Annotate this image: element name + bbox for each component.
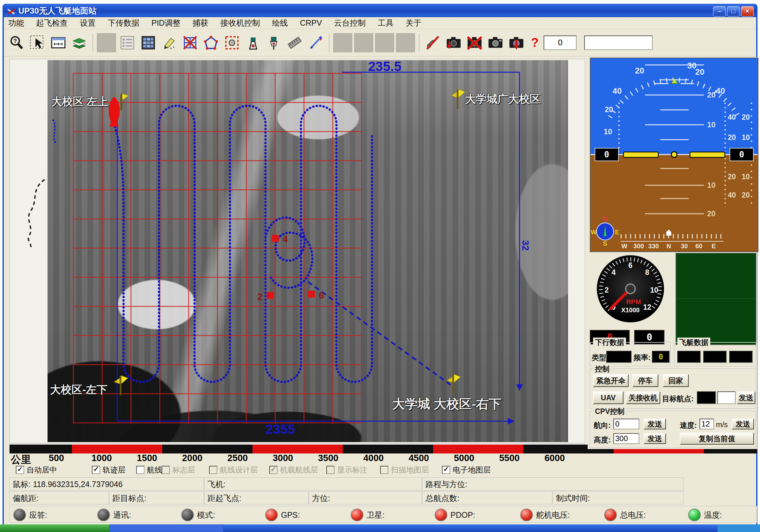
checkbox-marker-layer: 标志层	[162, 465, 195, 475]
status-system-time: 制式时间:	[553, 491, 684, 505]
menu-receiver-control[interactable]: 接收机控制	[220, 18, 260, 28]
menu-preflight-check[interactable]: 起飞检查	[36, 18, 68, 28]
line-pen-button[interactable]	[306, 33, 325, 52]
satellite-map[interactable]: 4 2 6 大校区 左上 大学城广大校区 大校区-左下 大学城 大校区-右下	[48, 60, 568, 442]
led-response: 应答:	[13, 509, 47, 521]
close-button[interactable]: ×	[741, 6, 754, 17]
emergency-parachute-button[interactable]: 紧急开伞	[593, 374, 629, 387]
blank-button[interactable]	[333, 33, 352, 52]
camera-cancel-icon	[466, 35, 483, 50]
scale-tick: 2500	[222, 453, 254, 463]
uav-button[interactable]: UAV	[593, 391, 624, 404]
region-select-button[interactable]	[222, 33, 241, 52]
menu-function[interactable]: 功能	[8, 18, 24, 28]
count-input[interactable]	[544, 35, 577, 50]
pushpin-button[interactable]	[264, 33, 283, 52]
measure-window-button[interactable]	[49, 33, 68, 52]
svg-text:300: 300	[633, 243, 644, 249]
checkbox-auto-center[interactable]: 自动居中	[16, 465, 57, 475]
menu-tools[interactable]: 工具	[378, 18, 394, 28]
send-heading-button[interactable]: 发送	[644, 419, 666, 429]
checkbox-route[interactable]: 航线	[136, 465, 162, 475]
checkbox-track-layer[interactable]: 轨迹层	[92, 465, 125, 475]
no-draw-button[interactable]	[423, 33, 442, 52]
waypoint-markers	[267, 235, 315, 299]
waypoint-label: 6	[319, 290, 324, 301]
scale-tick: 1500	[131, 453, 163, 463]
checkbox-icon	[209, 466, 217, 474]
svg-text:20: 20	[695, 67, 705, 77]
blank-button[interactable]	[396, 33, 415, 52]
blank-button[interactable]	[354, 33, 373, 52]
receiver-off-button[interactable]: 关接收机	[626, 391, 660, 404]
send-speed-button[interactable]: 发送	[732, 419, 754, 429]
heading-input[interactable]	[613, 419, 639, 429]
send-altitude-button[interactable]: 发送	[644, 433, 666, 444]
telemetry-screen	[675, 253, 756, 345]
engine-stop-button[interactable]: 停车	[632, 374, 658, 387]
speed-input[interactable]	[699, 419, 714, 429]
copy-current-values-button[interactable]: 复制当前值	[680, 432, 754, 445]
menu-about[interactable]: 关于	[405, 18, 421, 28]
taskbar-window-button[interactable]	[109, 524, 223, 532]
grid-view-button[interactable]	[139, 33, 158, 52]
list-view-button[interactable]	[118, 33, 137, 52]
camera-download-button[interactable]	[507, 33, 526, 52]
menu-capture[interactable]: 捕获	[193, 18, 209, 28]
checkbox-icon[interactable]	[16, 466, 24, 474]
menu-settings[interactable]: 设置	[80, 18, 96, 28]
command-input[interactable]	[584, 35, 653, 50]
scale-tick: 4000	[358, 453, 389, 463]
menu-draw-line[interactable]: 绘线	[272, 18, 288, 28]
checkbox-electronic-map-layer[interactable]: 电子地图层	[442, 465, 491, 475]
title-bar: UP30无人飞艇地面站 – □ ×	[4, 4, 756, 17]
minimize-button[interactable]: –	[713, 6, 726, 17]
send-target-button[interactable]: 发送	[737, 391, 755, 404]
zoom-help-button[interactable]: ?	[7, 33, 26, 52]
svg-text:8: 8	[645, 268, 649, 277]
menu-gimbal-control[interactable]: 云台控制	[334, 18, 365, 28]
dimension-label-top: 235.5	[368, 60, 402, 74]
scale-tick: 4500	[403, 453, 435, 463]
svg-text:0: 0	[604, 150, 609, 159]
led-icon	[265, 509, 278, 521]
marker-label-top-left: 大校区 左上	[51, 94, 108, 109]
ruler-button[interactable]	[285, 33, 304, 52]
camera-capture-button[interactable]	[486, 33, 505, 52]
blank-button[interactable]	[97, 33, 116, 52]
polygon-route-button[interactable]	[202, 33, 220, 52]
menu-bar: 功能 起飞检查 设置 下传数据 PID调整 捕获 接收机控制 绘线 CRPV 云…	[4, 17, 756, 29]
menu-crpv[interactable]: CRPV	[300, 19, 322, 27]
status-dist-target: 距目标点:	[109, 491, 204, 505]
target-waypoint-input[interactable]	[717, 391, 736, 404]
ground-station-screen: UP30无人飞艇地面站 – □ × 功能 起飞检查 设置 下传数据 PID调整 …	[0, 0, 760, 532]
led-icon	[351, 509, 363, 521]
checkbox-icon	[326, 466, 335, 474]
return-home-button[interactable]: 回家	[663, 374, 689, 387]
svg-text:40: 40	[613, 86, 622, 96]
layers-button[interactable]	[70, 33, 89, 52]
checkbox-icon	[162, 466, 170, 474]
blank-button[interactable]	[375, 33, 394, 52]
altitude-input[interactable]	[613, 433, 639, 444]
maximize-button[interactable]: □	[727, 6, 740, 17]
svg-text:?: ?	[14, 38, 17, 44]
checkbox-icon[interactable]	[136, 466, 144, 474]
camera-cancel-button[interactable]	[465, 33, 484, 52]
ink-marker-button[interactable]	[243, 33, 262, 52]
svg-text:20: 20	[707, 91, 716, 99]
scale-tick: 3000	[267, 453, 299, 463]
led-icon	[604, 509, 617, 521]
draw-pen-button[interactable]	[160, 33, 179, 52]
mouse-coordinates: 118.9632315,24.7379046	[33, 480, 122, 489]
target-waypoint-label: 目标航点:	[662, 394, 694, 404]
menu-pid-tuning[interactable]: PID调整	[151, 18, 181, 28]
menu-download-data[interactable]: 下传数据	[108, 18, 139, 28]
delete-route-button[interactable]	[181, 33, 200, 52]
start-button[interactable]	[0, 524, 109, 532]
checkbox-icon[interactable]	[92, 466, 100, 474]
camera-upload-button[interactable]	[444, 33, 463, 52]
svg-text:10: 10	[741, 173, 750, 181]
select-tool-button[interactable]	[28, 33, 47, 52]
checkbox-icon[interactable]	[442, 466, 450, 474]
